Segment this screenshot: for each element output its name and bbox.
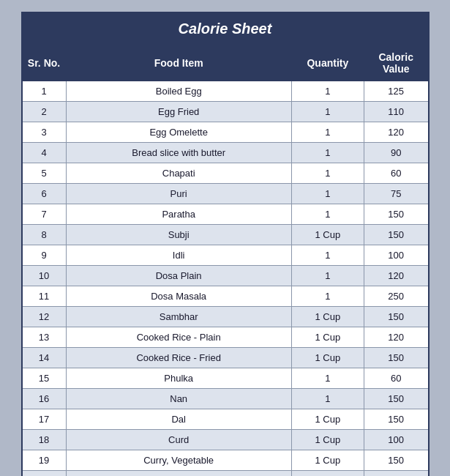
table-row: 18Curd1 Cup100 [22, 430, 429, 450]
cell-quantity: 1 [291, 81, 364, 102]
cell-sr: 17 [22, 409, 67, 430]
cell-caloric: 150 [364, 348, 428, 368]
table-row: 1Boiled Egg1125 [22, 81, 429, 102]
table-body: 1Boiled Egg11252Egg Fried11103Egg Omelet… [22, 81, 429, 477]
cell-sr: 3 [22, 122, 67, 143]
table-row: 17Dal1 Cup150 [22, 409, 429, 430]
cell-sr: 5 [22, 163, 67, 184]
cell-quantity: 1 Cup [291, 348, 364, 368]
cell-sr: 8 [22, 225, 67, 245]
cell-caloric: 150 [364, 225, 428, 245]
table-row: 2Egg Fried1110 [22, 102, 429, 122]
cell-quantity: 1 [291, 286, 364, 307]
cell-sr: 18 [22, 430, 67, 450]
cell-food: Bread slice with butter [66, 143, 291, 163]
cell-food: Chapati [66, 163, 291, 184]
cell-quantity: 1 [291, 163, 364, 184]
cell-sr: 14 [22, 348, 67, 368]
cell-food: Subji [66, 225, 291, 245]
cell-quantity: 1 [291, 204, 364, 225]
cell-quantity: 1 [291, 122, 364, 143]
cell-quantity: 1 [291, 389, 364, 409]
calorie-table: Calorie Sheet Sr. No. Food Item Quantity… [21, 12, 430, 476]
title-row: Calorie Sheet [22, 12, 429, 45]
table-row: 8Subji1 Cup150 [22, 225, 429, 245]
cell-caloric: 120 [364, 122, 428, 143]
cell-quantity: 1 Cup [291, 225, 364, 245]
cell-caloric: 120 [364, 266, 428, 286]
cell-caloric: 150 [364, 409, 428, 430]
cell-caloric: 150 [364, 307, 428, 327]
cell-caloric: 100 [364, 245, 428, 266]
cell-food: Dal [66, 409, 291, 430]
header-quantity: Quantity [291, 45, 364, 81]
table-row: 4Bread slice with butter190 [22, 143, 429, 163]
cell-food: Boiled Egg [66, 81, 291, 102]
cell-sr: 1 [22, 81, 67, 102]
cell-quantity: 1 [291, 368, 364, 389]
cell-food: Egg Omelette [66, 122, 291, 143]
cell-caloric: 100 [364, 430, 428, 450]
cell-food: Phulka [66, 368, 291, 389]
calorie-sheet-wrapper: Calorie Sheet Sr. No. Food Item Quantity… [10, 0, 441, 476]
cell-sr: 6 [22, 184, 67, 204]
cell-caloric: 125 [364, 81, 428, 102]
cell-quantity: 1 [291, 266, 364, 286]
cell-caloric: 120 [364, 327, 428, 348]
table-row: 6Puri175 [22, 184, 429, 204]
table-row: 16Nan1150 [22, 389, 429, 409]
table-row: 11Dosa Masala1250 [22, 286, 429, 307]
cell-food: Cooked Rice - Plain [66, 327, 291, 348]
table-row: 20Curry, Meat1 Cup175 [22, 471, 429, 477]
cell-sr: 20 [22, 471, 67, 477]
cell-caloric: 60 [364, 368, 428, 389]
cell-sr: 9 [22, 245, 67, 266]
cell-sr: 12 [22, 307, 67, 327]
cell-caloric: 150 [364, 450, 428, 471]
cell-caloric: 60 [364, 163, 428, 184]
table-row: 7Paratha1150 [22, 204, 429, 225]
cell-food: Dosa Plain [66, 266, 291, 286]
cell-food: Sambhar [66, 307, 291, 327]
cell-caloric: 90 [364, 143, 428, 163]
cell-quantity: 1 [291, 245, 364, 266]
cell-caloric: 150 [364, 204, 428, 225]
cell-sr: 10 [22, 266, 67, 286]
table-row: 12Sambhar1 Cup150 [22, 307, 429, 327]
cell-caloric: 75 [364, 184, 428, 204]
cell-sr: 13 [22, 327, 67, 348]
cell-quantity: 1 [291, 184, 364, 204]
cell-food: Cooked Rice - Fried [66, 348, 291, 368]
cell-caloric: 175 [364, 471, 428, 477]
header-sr: Sr. No. [22, 45, 67, 81]
header-food: Food Item [66, 45, 291, 81]
cell-food: Egg Fried [66, 102, 291, 122]
table-row: 9Idli1100 [22, 245, 429, 266]
cell-quantity: 1 Cup [291, 409, 364, 430]
cell-quantity: 1 Cup [291, 471, 364, 477]
header-caloric: Caloric Value [364, 45, 428, 81]
cell-food: Curd [66, 430, 291, 450]
cell-sr: 2 [22, 102, 67, 122]
cell-quantity: 1 [291, 102, 364, 122]
cell-sr: 7 [22, 204, 67, 225]
cell-caloric: 250 [364, 286, 428, 307]
table-row: 19Curry, Vegetable1 Cup150 [22, 450, 429, 471]
cell-food: Idli [66, 245, 291, 266]
table-row: 3Egg Omelette1120 [22, 122, 429, 143]
table-row: 14Cooked Rice - Fried1 Cup150 [22, 348, 429, 368]
cell-food: Nan [66, 389, 291, 409]
cell-caloric: 110 [364, 102, 428, 122]
cell-food: Puri [66, 184, 291, 204]
table-row: 15Phulka160 [22, 368, 429, 389]
cell-caloric: 150 [364, 389, 428, 409]
cell-quantity: 1 [291, 143, 364, 163]
table-title: Calorie Sheet [22, 12, 429, 45]
cell-quantity: 1 Cup [291, 327, 364, 348]
header-row: Sr. No. Food Item Quantity Caloric Value [22, 45, 429, 81]
table-row: 5Chapati160 [22, 163, 429, 184]
cell-quantity: 1 Cup [291, 430, 364, 450]
cell-sr: 4 [22, 143, 67, 163]
cell-food: Dosa Masala [66, 286, 291, 307]
cell-food: Paratha [66, 204, 291, 225]
